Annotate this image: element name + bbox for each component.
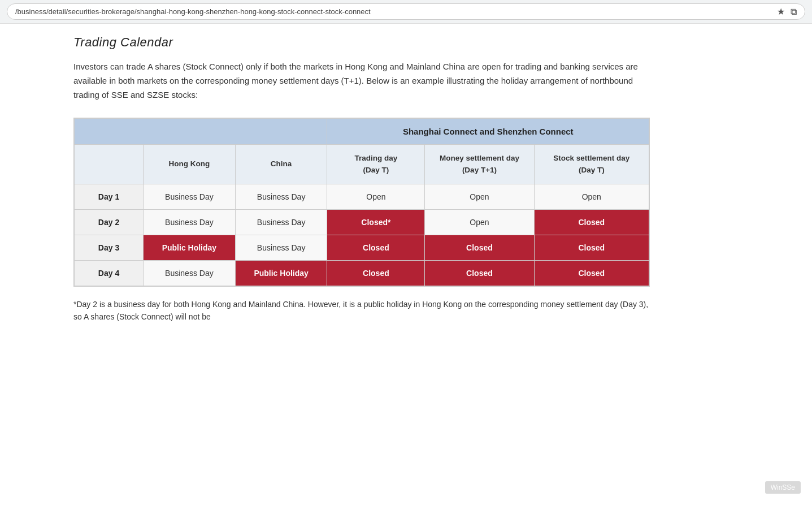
stock-settlement-cell: Closed [534, 260, 649, 286]
day-label-cell: Day 2 [75, 209, 144, 235]
url-bar[interactable]: /business/detail/securities-brokerage/sh… [7, 3, 805, 20]
money-settlement-cell: Closed [425, 260, 534, 286]
hk-cell: Business Day [144, 209, 236, 235]
table-row: Day 1Business DayBusiness DayOpenOpenOpe… [75, 184, 649, 209]
china-cell: Business Day [235, 209, 327, 235]
day-label-cell: Day 4 [75, 260, 144, 286]
url-text: /business/detail/securities-brokerage/sh… [15, 7, 371, 16]
main-content: Trading Calendar Investors can trade A s… [0, 24, 723, 340]
header-right-cell: Shanghai Connect and Shenzhen Connect [327, 119, 649, 145]
stock-settlement-cell: Closed [534, 209, 649, 235]
hk-cell: Public Holiday [144, 235, 236, 260]
sub-header-stock: Stock settlement day(Day T) [534, 145, 649, 184]
intro-paragraph: Investors can trade A shares (Stock Conn… [73, 60, 650, 102]
sub-header-china: China [235, 145, 327, 184]
header-row-main: Shanghai Connect and Shenzhen Connect [75, 119, 649, 145]
trading-calendar-table-wrapper: Shanghai Connect and Shenzhen Connect Ho… [73, 118, 650, 287]
stock-settlement-cell: Open [534, 184, 649, 209]
money-settlement-cell: Open [425, 209, 534, 235]
china-cell: Public Holiday [235, 260, 327, 286]
hk-cell: Business Day [144, 260, 236, 286]
table-row: Day 4Business DayPublic HolidayClosedClo… [75, 260, 649, 286]
day-label-cell: Day 1 [75, 184, 144, 209]
trading-calendar-table: Shanghai Connect and Shenzhen Connect Ho… [74, 118, 649, 286]
footnote-text: *Day 2 is a business day for both Hong K… [73, 298, 650, 323]
table-row: Day 2Business DayBusiness DayClosed*Open… [75, 209, 649, 235]
sub-header-trading: Trading day(Day T) [327, 145, 425, 184]
china-cell: Business Day [235, 184, 327, 209]
trading-day-cell: Closed* [327, 209, 425, 235]
page-title: Trading Calendar [73, 35, 650, 50]
table-row: Day 3Public HolidayBusiness DayClosedClo… [75, 235, 649, 260]
money-settlement-cell: Closed [425, 235, 534, 260]
money-settlement-cell: Open [425, 184, 534, 209]
stock-settlement-cell: Closed [534, 235, 649, 260]
hk-cell: Business Day [144, 184, 236, 209]
sub-header-hk: Hong Kong [144, 145, 236, 184]
sub-header-empty [75, 145, 144, 184]
day-label-cell: Day 3 [75, 235, 144, 260]
sub-header-money: Money settlement day(Day T+1) [425, 145, 534, 184]
header-left-cell [75, 119, 327, 145]
china-cell: Business Day [235, 235, 327, 260]
browser-bar: /business/detail/securities-brokerage/sh… [0, 0, 812, 24]
table-body: Day 1Business DayBusiness DayOpenOpenOpe… [75, 184, 649, 286]
bookmark-icon[interactable]: ★ [777, 6, 785, 17]
extension-icon[interactable]: ⧉ [791, 7, 797, 17]
header-row-sub: Hong Kong China Trading day(Day T) Money… [75, 145, 649, 184]
trading-day-cell: Closed [327, 235, 425, 260]
trading-day-cell: Open [327, 184, 425, 209]
trading-day-cell: Closed [327, 260, 425, 286]
